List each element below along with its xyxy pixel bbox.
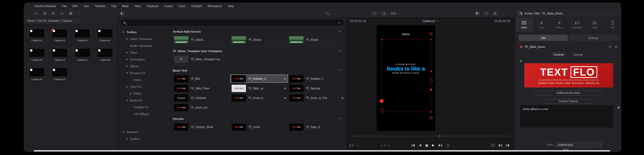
favorite-star-icon[interactable]: ★ [341, 97, 344, 99]
template-tf-2stack[interactable]: TF_2Stack [173, 36, 230, 44]
template-tf-chrome-shear[interactable]: TEXTFLOTF_Chrome_Shear [173, 123, 230, 131]
goto-icon[interactable] [506, 144, 509, 147]
clip-thumbnail[interactable] [52, 29, 67, 38]
clip-captions9[interactable]: Captions9 [29, 68, 45, 81]
clip-captions5[interactable]: Captions5 [29, 48, 45, 61]
subtab-title[interactable]: Title [519, 35, 568, 41]
template-tf-slide-up[interactable]: TEXTFLOTF_Slide_up★ [230, 84, 288, 92]
collapse-chevron-icon[interactable] [339, 50, 341, 52]
template-tf-shine-template-cus[interactable]: TTF_Shine_Template Cus... [173, 55, 230, 63]
tree-collapsed-arrow-icon[interactable] [126, 51, 128, 54]
fx-tree-item-generators[interactable]: Generators [118, 56, 171, 63]
tab-image[interactable]: Image [586, 18, 604, 32]
menu-view[interactable]: View [135, 5, 141, 8]
menu-clip[interactable]: Clip [111, 5, 116, 8]
clip-thumbnail[interactable] [29, 68, 45, 77]
store-link-button[interactable]: GSMixedmeida.Store [534, 90, 603, 96]
tree-collapsed-arrow-icon[interactable] [126, 58, 128, 60]
youtube-link-button[interactable]: Youtube Channel [544, 99, 593, 104]
zoom-select[interactable]: 11% [390, 12, 399, 15]
template-tf-curve[interactable]: TEXTFLOTF_Curve [230, 123, 288, 131]
controls-tab[interactable]: Controls [552, 53, 565, 58]
clip-captions4[interactable]: Captions4 [97, 29, 113, 42]
title-bounding-box[interactable] [382, 39, 431, 112]
dual-viewer-icon[interactable] [382, 12, 385, 15]
menu-file[interactable]: File [62, 5, 67, 8]
tree-expanded-arrow-icon[interactable] [122, 131, 125, 133]
template-tf-zoom-out[interactable]: TEXTFLOTF_Zoom_out [173, 103, 230, 112]
clip-thumbnail[interactable] [52, 48, 67, 57]
menu-color[interactable]: Color [179, 5, 185, 8]
fx-tree-item-open-fx[interactable]: Open FX [118, 83, 171, 90]
match-frame-icon[interactable] [499, 144, 502, 147]
collapse-chevron-icon[interactable] [339, 118, 341, 120]
sort-icon[interactable] [69, 12, 72, 15]
chevron-down-icon[interactable] [357, 144, 359, 146]
clip-captions8[interactable]: Captions8 [97, 48, 113, 61]
menu-fairlight[interactable]: Fairlight [191, 5, 202, 8]
more-icon[interactable]: ··· [502, 12, 506, 15]
tree-collapsed-arrow-icon[interactable] [126, 65, 128, 67]
menu-workspace[interactable]: Workspace [208, 5, 222, 8]
fx-tree-item-resolve-fx[interactable]: Resolve FX [118, 70, 171, 76]
clear-search-icon[interactable]: × [338, 21, 340, 25]
clip-captions1[interactable]: Captions1 [29, 29, 45, 42]
favorite-star-icon[interactable]: ★ [284, 87, 287, 90]
grid-icon[interactable] [493, 12, 496, 15]
list-view-icon[interactable] [52, 12, 55, 15]
fx-tree-item-filters[interactable]: Filters [118, 90, 171, 97]
tree-collapsed-arrow-icon[interactable] [126, 138, 128, 140]
clip-captions6[interactable]: Captions6 [52, 48, 67, 61]
loop-playback-icon[interactable] [491, 144, 495, 147]
menu-timeline[interactable]: Timeline [95, 5, 106, 8]
clip-thumbnail[interactable] [52, 68, 67, 77]
fx-tree-item-toolbox[interactable]: Toolbox [118, 135, 171, 142]
settings-tab[interactable]: Settings [572, 53, 585, 58]
template-tf-4stack[interactable]: TF_4Stack [288, 36, 345, 44]
tab-file[interactable]: File [604, 18, 621, 32]
fx-tree-item-effects[interactable]: Effects [118, 63, 171, 70]
menu-help[interactable]: Help [228, 5, 234, 8]
search-icon[interactable] [60, 12, 64, 15]
viewer-scrubber[interactable] [349, 135, 511, 137]
clip-thumbnail[interactable] [97, 48, 113, 57]
clip-captions3[interactable]: Captions3 [52, 29, 67, 42]
single-viewer-icon[interactable] [373, 12, 376, 15]
layer-enable-dot[interactable] [520, 46, 522, 48]
transform-handle[interactable] [381, 39, 383, 40]
menu-trim[interactable]: Trim [83, 5, 89, 8]
mixer-icon[interactable] [34, 12, 38, 15]
play-icon[interactable] [432, 144, 434, 147]
play-reverse-icon[interactable] [419, 144, 421, 147]
fx-tree-item-fairlight-fx[interactable]: Fairlight FX [118, 104, 171, 110]
favorite-star-icon[interactable]: ★ [284, 77, 287, 80]
prev-keyframe-icon[interactable]: ‹ [381, 144, 382, 147]
template-tf-zoom-in[interactable]: TEXTFLOTF_Zoom_In★ [230, 94, 288, 102]
fx-tree-item-titles[interactable]: Titles [118, 49, 171, 56]
font-dropdown[interactable]: LEMON MILK [555, 142, 603, 148]
collapse-caret-icon[interactable] [520, 60, 522, 62]
favorite-star-icon[interactable]: ★ [284, 97, 287, 99]
menu-davinci-resolve[interactable]: DaVinci Resolve [35, 5, 56, 8]
tree-expanded-arrow-icon[interactable] [126, 72, 128, 74]
subtab-settings[interactable]: Settings [569, 35, 618, 41]
split-screen-icon[interactable] [485, 12, 488, 15]
effects-search-input[interactable]: tf_ × [120, 19, 343, 26]
keyframe-diamond-icon[interactable] [617, 106, 620, 109]
clip-thumbnail[interactable] [97, 29, 113, 38]
more-icon[interactable]: ··· [78, 12, 82, 15]
clip-thumbnail[interactable] [29, 29, 45, 38]
template-tf-fade-in[interactable]: TEXTFLOTF_Fade_in [288, 123, 345, 131]
fx-tree-item-video-transitions[interactable]: Video Transitions [118, 35, 171, 42]
search-icon[interactable] [326, 12, 329, 15]
layer-row[interactable]: TF_Slide_Down [520, 44, 618, 50]
more-icon[interactable]: ··· [334, 12, 338, 15]
next-keyframe-icon[interactable]: › [388, 144, 389, 147]
menu-fusion[interactable]: Fusion [164, 5, 173, 8]
tree-expanded-arrow-icon[interactable] [122, 31, 125, 33]
tab-video[interactable]: Video [515, 18, 533, 32]
tab-effects[interactable]: Effects [551, 18, 568, 32]
transform-handle[interactable] [430, 111, 432, 113]
template-tf-rotation-y[interactable]: TEXTFLOTF_Rotation_Y [288, 75, 345, 83]
playhead[interactable] [439, 135, 440, 137]
